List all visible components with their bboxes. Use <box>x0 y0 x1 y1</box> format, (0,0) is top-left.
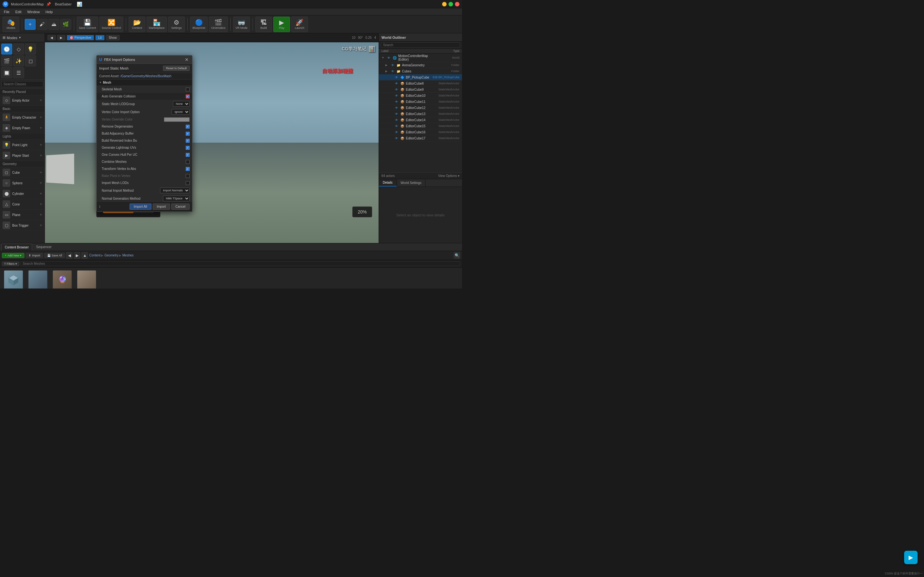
section-lights[interactable]: Lights <box>0 133 45 140</box>
lights-btn[interactable]: 💡 <box>25 44 36 55</box>
section-basic[interactable]: Basic <box>0 106 45 112</box>
landscape-mode-btn[interactable]: ⛰ <box>48 19 59 30</box>
list-item-point-light[interactable]: 💡 Point Light + <box>0 140 45 150</box>
all-classes-btn[interactable]: ☰ <box>13 67 24 78</box>
import-lods-checkbox[interactable] <box>186 181 190 185</box>
nav-back-btn[interactable]: ◀ <box>66 252 73 259</box>
dialog-body[interactable]: ▼ Mesh Skeletal Mesh Auto Generate Colli… <box>97 79 192 201</box>
tab-sequencer[interactable]: Sequencer <box>33 243 55 251</box>
asset-item-floor[interactable]: TemplateFloor <box>76 270 97 288</box>
build-adj-checkbox[interactable] <box>186 132 190 135</box>
outliner-item-cube13[interactable]: 👁 📦 EditorCube13 StaticMeshActor <box>379 111 462 117</box>
color-swatch[interactable] <box>164 117 190 122</box>
recently-placed-btn[interactable]: 🕒 <box>1 44 12 55</box>
outliner-item-cube15[interactable]: 👁 📦 EditorCube15 StaticMeshActor <box>379 123 462 129</box>
add-new-button[interactable]: + Add New ▾ <box>2 253 24 258</box>
source-control-button[interactable]: 🔀 Source Control <box>99 17 123 32</box>
section-geometry[interactable]: Geometry <box>0 161 45 167</box>
close-button[interactable] <box>455 2 459 6</box>
normal-import-select[interactable]: Import Normals <box>160 187 190 193</box>
show-btn[interactable]: Show <box>106 35 120 40</box>
minimize-button[interactable] <box>442 2 447 6</box>
modes-dropdown-header[interactable]: ⊞ Modes ▼ <box>3 35 21 40</box>
nav-search-btn[interactable]: 🔍 <box>454 252 460 259</box>
build-rev-checkbox[interactable] <box>186 139 190 143</box>
remove-deg-checkbox[interactable] <box>186 125 190 129</box>
list-item-player-start[interactable]: ▶ Player Start + <box>0 150 45 161</box>
volumes-btn[interactable]: 🔲 <box>1 67 12 78</box>
nav-forward-btn[interactable]: ▶ <box>74 252 80 259</box>
breadcrumb-meshes[interactable]: Meshes <box>122 253 134 257</box>
paint-mode-btn[interactable]: 🖌 <box>37 19 47 30</box>
list-item-cylinder[interactable]: ⬤ Cylinder + <box>0 189 45 199</box>
play-button[interactable]: ▶ Play <box>273 17 290 32</box>
outliner-item-bp-pickup[interactable]: 👁 🔷 BP_PickupCube Edit BP_PickupCube <box>379 74 462 81</box>
perspective-btn[interactable]: 🎯 Perspective <box>67 35 94 40</box>
list-item-empty-actor[interactable]: ◇ Empty Actor + <box>0 95 45 106</box>
dialog-close-button[interactable]: ✕ <box>184 57 190 63</box>
launch-button[interactable]: 🚀 Launch <box>291 17 308 32</box>
outliner-search-input[interactable] <box>381 42 460 48</box>
bake-pivot-checkbox[interactable] <box>186 174 190 178</box>
blueprints-button[interactable]: 🔵 Blueprints <box>190 17 208 32</box>
section-recently-placed[interactable]: Recently Placed <box>0 89 45 95</box>
list-item-sphere[interactable]: ○ Sphere + <box>0 178 45 189</box>
geometry-btn[interactable]: ◻ <box>25 55 36 66</box>
lit-btn[interactable]: Lit <box>95 35 105 40</box>
asset-item-1m-cube[interactable]: 1M_Cube <box>3 270 24 288</box>
gen-lightmap-checkbox[interactable] <box>186 146 190 150</box>
normal-gen-select[interactable]: Mikk TSpace <box>163 195 190 201</box>
list-item-box-trigger[interactable]: ▢ Box Trigger + <box>0 220 45 231</box>
outliner-item-cube12[interactable]: 👁 📦 EditorCube12 StaticMeshActor <box>379 105 462 111</box>
vr-mode-button[interactable]: 🥽 VR Mode <box>233 17 250 32</box>
outliner-item-cube10[interactable]: 👁 📦 EditorCube10 StaticMeshActor <box>379 93 462 99</box>
view-options-btn[interactable]: View Options ▾ <box>438 174 459 177</box>
cinematic-btn[interactable]: 🎬 <box>1 55 12 66</box>
place-mode-btn[interactable]: + <box>25 19 36 30</box>
filters-button[interactable]: T Filters ▾ <box>2 261 19 266</box>
outliner-list[interactable]: ▼ 👁 🌐 MotionControllerMap (Editor) World… <box>379 53 462 172</box>
outliner-item-cube11[interactable]: 👁 📦 EditorCube11 StaticMeshActor <box>379 99 462 105</box>
list-item-empty-character[interactable]: 🧍 Empty Character + <box>0 112 45 123</box>
search-input[interactable] <box>1 81 43 87</box>
settings-button[interactable]: ⚙ Settings <box>168 17 185 32</box>
bp-edit-button[interactable]: Edit BP_PickupCube <box>433 76 459 79</box>
tab-details[interactable]: Details <box>379 179 397 187</box>
save-all-button[interactable]: 💾 Save All <box>44 253 65 258</box>
outliner-item-cube14[interactable]: 👁 📦 EditorCube14 StaticMeshActor <box>379 117 462 123</box>
cancel-button[interactable]: Cancel <box>171 203 190 210</box>
asset-item-material[interactable]: 🔮 CubeMaterial <box>51 270 73 288</box>
outliner-item-cube9[interactable]: 👁 📦 EditorCube9 StaticMeshActor <box>379 87 462 93</box>
menu-window[interactable]: Window <box>25 9 42 15</box>
content-button[interactable]: 📂 Content <box>129 17 145 32</box>
vfx-btn[interactable]: ✨ <box>13 55 24 66</box>
auto-collision-checkbox[interactable] <box>186 95 190 98</box>
viewport[interactable]: ◀ ▶ 🎯 Perspective Lit Show 10 90° 0.25 4 <box>45 33 379 243</box>
basic-btn[interactable]: ◇ <box>13 44 24 55</box>
tab-world-settings[interactable]: World Settings <box>397 179 426 187</box>
foliage-mode-btn[interactable]: 🌿 <box>60 19 71 30</box>
combine-meshes-checkbox[interactable] <box>186 160 190 164</box>
breadcrumb-geometry[interactable]: Geometry <box>104 253 118 257</box>
outliner-item-cube17[interactable]: 👁 📦 EditorCube17 StaticMeshActor <box>379 135 462 141</box>
list-item-empty-pawn[interactable]: ◈ Empty Pawn + <box>0 123 45 133</box>
build-button[interactable]: 🏗 Build <box>255 17 272 32</box>
menu-file[interactable]: File <box>1 9 12 15</box>
content-search-input[interactable] <box>21 261 460 266</box>
outliner-item-cubes-folder[interactable]: ▶ 👁 📁 Cubes Folder <box>379 68 462 74</box>
outliner-item-cube8[interactable]: 👁 📦 EditorCube8 StaticMeshActor <box>379 81 462 87</box>
reset-default-button[interactable]: Reset to Default <box>163 66 190 71</box>
viewport-nav-left[interactable]: ◀ <box>47 35 56 40</box>
nav-up-btn[interactable]: ▲ <box>81 252 88 259</box>
list-item-cone[interactable]: △ Cone + <box>0 199 45 210</box>
maximize-button[interactable] <box>449 2 453 6</box>
convex-hull-checkbox[interactable] <box>186 153 190 157</box>
menu-help[interactable]: Help <box>43 9 55 15</box>
outliner-item-cube16[interactable]: 👁 📦 EditorCube16 StaticMeshActor <box>379 129 462 135</box>
outliner-item-map[interactable]: ▼ 👁 🌐 MotionControllerMap (Editor) World <box>379 53 462 62</box>
skeletal-mesh-checkbox[interactable] <box>186 87 190 91</box>
vertex-color-select[interactable]: Ignore <box>172 109 190 115</box>
outliner-item-arena[interactable]: ▶ 👁 📁 ArenaGeometry Folder <box>379 62 462 68</box>
breadcrumb-content[interactable]: Content <box>89 253 100 257</box>
import-button[interactable]: ⬆ Import <box>26 253 43 258</box>
